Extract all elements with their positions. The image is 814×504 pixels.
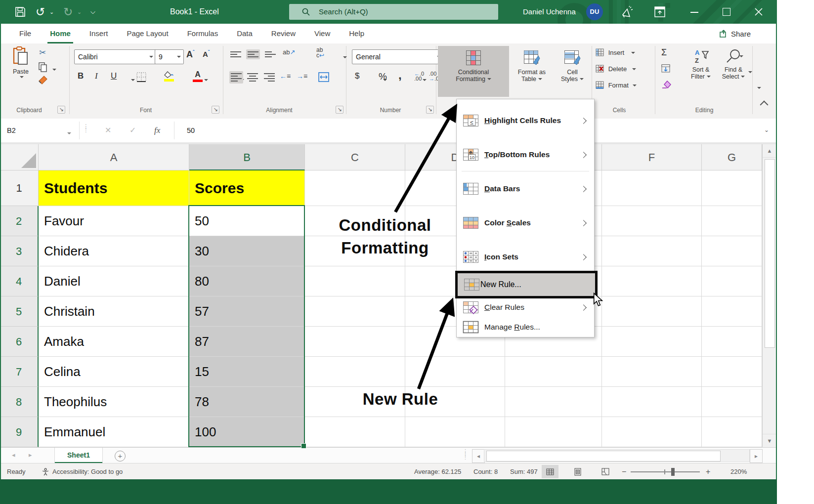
cell-G4[interactable] [702, 266, 762, 296]
delete-cells-button[interactable]: Delete [596, 65, 636, 73]
horizontal-scrollbar[interactable] [484, 449, 750, 462]
cell-F6[interactable] [602, 327, 702, 357]
alignment-dialog-launcher-icon[interactable]: ↘ [336, 106, 343, 114]
maximize-button[interactable] [715, 0, 738, 24]
increase-font-size-icon[interactable]: Aˆ [186, 49, 194, 60]
clear-icon[interactable] [661, 80, 671, 89]
name-box-drag-dots-icon[interactable]: ⋮⋮ [83, 125, 89, 132]
cell-G5[interactable] [702, 296, 762, 327]
row-header-1[interactable]: 1 [0, 170, 39, 206]
autosum-icon[interactable]: Σ [661, 47, 667, 58]
cell-C9[interactable] [305, 417, 405, 447]
normal-view-button[interactable] [542, 465, 558, 478]
font-size-select[interactable]: 9 [155, 49, 184, 64]
cell-A5[interactable]: Christain [39, 296, 189, 327]
tab-insert[interactable]: Insert [80, 24, 118, 43]
name-box[interactable]: B2 [7, 119, 16, 142]
underline-caret-icon[interactable] [131, 79, 135, 83]
minimize-button[interactable] [683, 0, 706, 24]
conditional-formatting-button[interactable]: Conditional Formatting [438, 46, 509, 97]
number-dialog-launcher-icon[interactable]: ↘ [426, 106, 434, 114]
row-header-8[interactable]: 8 [0, 387, 39, 417]
tab-page-layout[interactable]: Page Layout [117, 24, 177, 43]
format-painter-icon[interactable] [38, 75, 48, 85]
column-header-a[interactable]: A [39, 144, 189, 170]
font-color-button[interactable]: A [193, 70, 203, 82]
enter-icon[interactable]: ✓ [129, 119, 136, 142]
fill-color-caret-icon[interactable] [204, 79, 208, 83]
row-header-7[interactable]: 7 [0, 357, 39, 387]
tab-help[interactable]: Help [340, 24, 374, 43]
clipboard-dialog-launcher-icon[interactable]: ↘ [57, 106, 65, 114]
cell-A2[interactable]: Favour [39, 206, 189, 236]
menu-item-manage-rules[interactable]: Manage Rules... [457, 313, 594, 341]
share-button[interactable]: Share [719, 27, 763, 41]
cell-F4[interactable] [602, 266, 702, 296]
cell-A1[interactable]: Students [39, 170, 189, 206]
zoom-slider-thumb[interactable] [671, 468, 675, 476]
find-select-button[interactable]: Find & Select [718, 47, 749, 95]
cell-D7[interactable] [405, 357, 505, 387]
insert-cells-button[interactable]: Insert [596, 48, 635, 56]
tab-review[interactable]: Review [262, 24, 305, 43]
new-sheet-button[interactable]: + [115, 451, 126, 462]
cell-F9[interactable] [602, 417, 702, 447]
cell-F3[interactable] [602, 236, 702, 266]
cell-G6[interactable] [702, 327, 762, 357]
tab-formulas[interactable]: Formulas [178, 24, 228, 43]
formula-input[interactable]: 50 [187, 119, 195, 142]
copy-caret-icon[interactable] [52, 69, 56, 73]
cancel-icon[interactable]: ✕ [105, 119, 111, 142]
tab-view[interactable]: View [305, 24, 340, 43]
zoom-in-icon[interactable]: + [706, 463, 710, 480]
name-box-caret-icon[interactable] [67, 132, 71, 136]
close-button[interactable] [747, 0, 770, 24]
column-header-f[interactable]: F [602, 144, 702, 170]
align-left-icon[interactable] [229, 71, 243, 84]
menu-item-top-bottom-rules[interactable]: 10Top/Bottom Rules [457, 141, 594, 168]
row-header-4[interactable]: 4 [0, 266, 39, 296]
cell-G3[interactable] [702, 236, 762, 266]
tabbar-drag-dots-icon[interactable]: ⋮⋮⋮ [463, 450, 468, 459]
cell-F7[interactable] [602, 357, 702, 387]
row-header-2[interactable]: 2 [0, 206, 39, 236]
row-header-6[interactable]: 6 [0, 327, 39, 357]
cell-F5[interactable] [602, 296, 702, 327]
cell-C6[interactable] [305, 327, 405, 357]
quick-access-customize-icon[interactable]: ⌵ [90, 0, 95, 24]
avatar[interactable]: DU [586, 3, 603, 20]
cell-A4[interactable]: Daniel [39, 266, 189, 296]
increase-indent-icon[interactable]: →≡ [297, 72, 307, 80]
cell-C4[interactable] [305, 266, 405, 296]
cell-G1[interactable] [702, 170, 762, 206]
cell-A6[interactable]: Amaka [39, 327, 189, 357]
hscroll-right-icon[interactable]: ▸ [750, 449, 763, 463]
align-top-icon[interactable] [230, 51, 241, 57]
wrap-text-icon[interactable]: abc↩ [316, 47, 324, 58]
format-cells-button[interactable]: Format [596, 81, 637, 89]
row-header-5[interactable]: 5 [0, 296, 39, 327]
number-format-select[interactable]: General [352, 49, 444, 64]
cell-B1[interactable]: Scores [189, 170, 305, 206]
horizontal-scrollbar-thumb[interactable] [486, 451, 721, 462]
percent-style-icon[interactable]: % [379, 71, 387, 82]
column-header-c[interactable]: C [305, 144, 405, 170]
vertical-scrollbar-thumb[interactable] [765, 159, 775, 348]
align-right-icon[interactable] [264, 73, 275, 82]
cell-styles-button[interactable]: Cell Styles [555, 46, 590, 97]
decrease-indent-icon[interactable]: ←≡ [280, 72, 291, 80]
page-layout-view-button[interactable] [569, 465, 586, 478]
collapse-ribbon-icon[interactable] [760, 101, 769, 109]
font-dialog-launcher-icon[interactable]: ↘ [212, 106, 219, 114]
column-header-b[interactable]: B [189, 144, 305, 170]
menu-item-highlight-cells-rules[interactable]: ≤Highlight Cells Rules [457, 107, 594, 134]
cell-G9[interactable] [702, 417, 762, 447]
fill-color-button[interactable] [164, 71, 175, 82]
page-break-preview-button[interactable] [597, 465, 614, 478]
status-accessibility[interactable]: Accessibility: Good to go [52, 463, 123, 480]
paste-button[interactable]: Paste [8, 46, 34, 96]
borders-icon[interactable] [136, 72, 146, 82]
zoom-slider[interactable] [631, 471, 700, 472]
cell-G2[interactable] [702, 206, 762, 236]
italic-button[interactable]: I [95, 71, 98, 81]
